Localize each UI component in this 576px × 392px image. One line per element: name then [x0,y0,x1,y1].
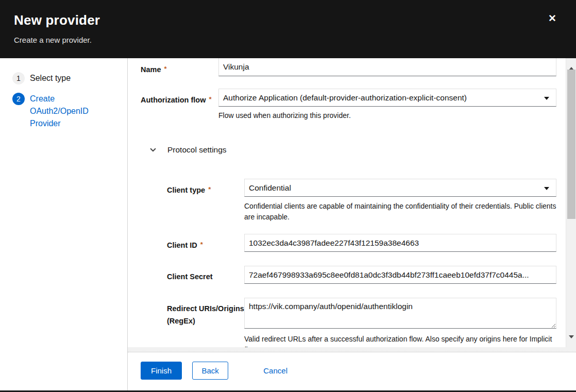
name-label: Name* [141,58,218,76]
client-type-help: Confidential clients are capable of main… [244,201,556,223]
client-id-row: Client ID* [167,234,556,252]
required-asterisk: * [209,95,211,103]
authorization-flow-select[interactable]: Authorize Application (default-provider-… [218,89,556,107]
redirect-uris-help: Valid redirect URLs after a successful a… [244,334,556,347]
wizard-footer: Finish Back Cancel [128,353,576,390]
client-id-input[interactable] [244,234,556,252]
authorization-flow-value: Authorize Application (default-provider-… [223,93,467,103]
client-secret-row: Client Secret [167,266,556,284]
step-label: Create OAuth2/OpenID Provider [30,93,102,130]
form-scrollbar[interactable] [566,58,576,347]
required-asterisk: * [200,241,203,248]
client-secret-input[interactable] [244,266,556,284]
page-subtitle: Create a new provider. [14,36,562,44]
scrollbar-down-arrow[interactable] [566,337,576,347]
client-type-label: Client type* [167,179,244,223]
provider-form: Name* Authorization flow* Authorize Appl… [128,58,566,347]
redirect-uris-row: Redirect URIs/Origins (RegEx) https://vi… [167,298,556,347]
step-select-type[interactable]: 1 Select type [12,72,119,84]
wizard-header: New provider Create a new provider. ✕ [0,0,576,58]
scrollbar-up-arrow[interactable] [566,58,576,68]
redirect-uris-label: Redirect URIs/Origins (RegEx) [167,298,244,347]
name-row: Name* [141,58,556,76]
client-id-label: Client ID* [167,234,244,252]
authorization-flow-row: Authorization flow* Authorize Applicatio… [141,89,556,121]
finish-button[interactable]: Finish [141,362,182,380]
wizard-body: 1 Select type 2 Create OAuth2/OpenID Pro… [0,58,576,390]
wizard-steps-sidebar: 1 Select type 2 Create OAuth2/OpenID Pro… [0,58,128,390]
close-icon[interactable]: ✕ [546,12,558,25]
cancel-button[interactable]: Cancel [263,362,287,379]
protocol-settings-section: Client type* Confidential Confidential c… [141,179,556,347]
step-create-oauth2-provider[interactable]: 2 Create OAuth2/OpenID Provider [12,93,119,130]
required-asterisk: * [208,185,211,193]
name-input[interactable] [218,58,556,76]
scroll-fade-divider [128,347,576,352]
redirect-uris-textarea[interactable]: https://vik.company/auth/openid/authenti… [244,298,556,329]
protocol-settings-expander[interactable]: Protocol settings [149,145,556,155]
client-type-row: Client type* Confidential Confidential c… [167,179,556,223]
client-type-select[interactable]: Confidential [244,179,556,197]
required-asterisk: * [164,65,167,73]
authorization-flow-help: Flow used when authorizing this provider… [218,110,556,121]
authorization-flow-label: Authorization flow* [141,89,218,121]
protocol-settings-label: Protocol settings [167,145,227,155]
scrollbar-thumb[interactable] [567,70,575,219]
chevron-down-icon [544,97,549,100]
step-label: Select type [30,72,71,84]
chevron-down-icon [149,146,157,154]
back-button[interactable]: Back [192,362,228,380]
step-number-badge: 2 [12,93,25,105]
chevron-down-icon [544,187,549,190]
client-secret-label: Client Secret [167,266,244,284]
client-type-value: Confidential [249,183,291,193]
wizard-main: Name* Authorization flow* Authorize Appl… [128,58,576,390]
page-title: New provider [14,12,562,28]
step-number-badge: 1 [12,72,25,84]
new-provider-modal: New provider Create a new provider. ✕ 1 … [0,0,576,390]
